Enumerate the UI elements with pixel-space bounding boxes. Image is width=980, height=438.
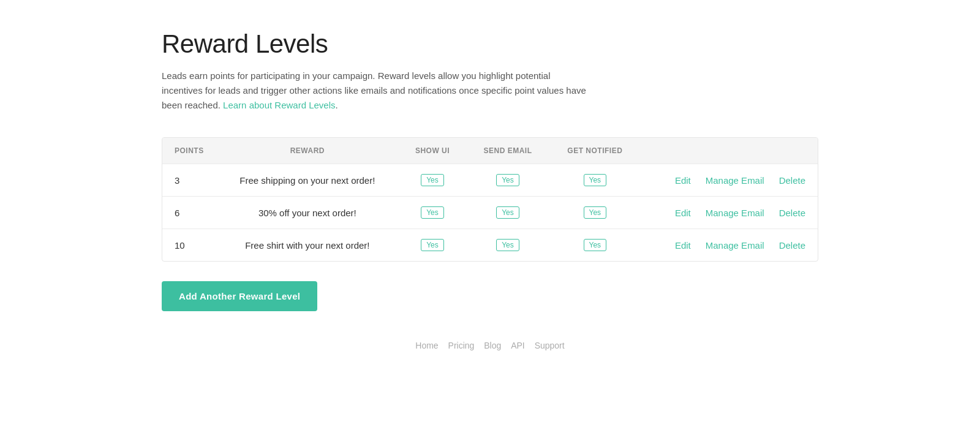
reward-levels-table: POINTS REWARD SHOW UI SEND EMAIL GET NOT… (162, 137, 818, 262)
show-ui-badge: Yes (421, 239, 444, 251)
column-header-send-email: SEND EMAIL (466, 138, 549, 164)
table-row: 3 Free shipping on your next order! Yes … (162, 164, 818, 197)
cell-actions: Edit Manage Email Delete (641, 229, 818, 262)
cell-reward: Free shipping on your next order! (216, 164, 399, 197)
cell-get-notified: Yes (549, 229, 641, 262)
table-row: 10 Free shirt with your next order! Yes … (162, 229, 818, 262)
show-ui-badge: Yes (421, 206, 444, 219)
edit-link[interactable]: Edit (675, 175, 691, 186)
send-email-badge: Yes (496, 206, 519, 219)
manage-email-link[interactable]: Manage Email (706, 175, 764, 186)
send-email-badge: Yes (496, 174, 519, 186)
cell-send-email: Yes (466, 197, 549, 229)
learn-link[interactable]: Learn about Reward Levels (223, 100, 335, 110)
footer-link-home[interactable]: Home (415, 341, 438, 350)
table-header-row: POINTS REWARD SHOW UI SEND EMAIL GET NOT… (162, 138, 818, 164)
manage-email-link[interactable]: Manage Email (706, 208, 764, 218)
cell-show-ui: Yes (399, 197, 466, 229)
cell-send-email: Yes (466, 229, 549, 262)
manage-email-link[interactable]: Manage Email (706, 240, 764, 251)
cell-actions: Edit Manage Email Delete (641, 197, 818, 229)
cell-show-ui: Yes (399, 164, 466, 197)
get-notified-badge: Yes (584, 239, 607, 251)
page-description: Leads earn points for participating in y… (162, 69, 590, 113)
column-header-reward: REWARD (216, 138, 399, 164)
footer: Home Pricing Blog API Support (0, 311, 980, 365)
show-ui-badge: Yes (421, 174, 444, 186)
cell-actions: Edit Manage Email Delete (641, 164, 818, 197)
cell-reward: Free shirt with your next order! (216, 229, 399, 262)
cell-get-notified: Yes (549, 164, 641, 197)
footer-link-api[interactable]: API (511, 341, 525, 350)
cell-send-email: Yes (466, 164, 549, 197)
get-notified-badge: Yes (584, 206, 607, 219)
delete-link[interactable]: Delete (779, 208, 805, 218)
edit-link[interactable]: Edit (675, 208, 691, 218)
cell-reward: 30% off your next order! (216, 197, 399, 229)
add-reward-level-button[interactable]: Add Another Reward Level (162, 281, 317, 311)
edit-link[interactable]: Edit (675, 240, 691, 251)
column-header-show-ui: SHOW UI (399, 138, 466, 164)
column-header-get-notified: GET NOTIFIED (549, 138, 641, 164)
column-header-points: POINTS (162, 138, 216, 164)
cell-points: 3 (162, 164, 216, 197)
page-title: Reward Levels (162, 29, 818, 59)
footer-link-pricing[interactable]: Pricing (448, 341, 475, 350)
cell-get-notified: Yes (549, 197, 641, 229)
cell-points: 6 (162, 197, 216, 229)
send-email-badge: Yes (496, 239, 519, 251)
footer-link-support[interactable]: Support (535, 341, 565, 350)
cell-points: 10 (162, 229, 216, 262)
cell-show-ui: Yes (399, 229, 466, 262)
table-row: 6 30% off your next order! Yes Yes Yes E… (162, 197, 818, 229)
delete-link[interactable]: Delete (779, 175, 805, 186)
delete-link[interactable]: Delete (779, 240, 805, 251)
footer-link-blog[interactable]: Blog (484, 341, 501, 350)
get-notified-badge: Yes (584, 174, 607, 186)
